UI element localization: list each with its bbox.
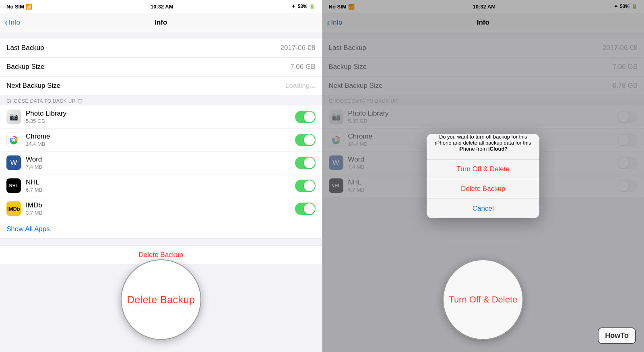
right-dialog-delete-btn[interactable]: Delete Backup xyxy=(427,179,539,199)
left-time: 10:32 AM xyxy=(151,4,173,10)
left-section-header-text: CHOOSE DATA TO BACK UP xyxy=(6,98,75,104)
left-chrome-size: 14.4 MB xyxy=(26,141,290,147)
left-nav-bar: ‹ Info Info xyxy=(0,13,322,32)
left-word-size: 7.4 MB xyxy=(26,164,290,170)
left-battery-icon: 🔋 xyxy=(309,4,315,9)
left-delete-label: Delete Backup xyxy=(138,251,183,259)
left-word-toggle[interactable] xyxy=(295,157,316,169)
left-back-label: Info xyxy=(9,19,20,27)
left-nhl-info: NHL 6.7 MB xyxy=(26,178,290,193)
left-phone-panel: No SIM 📶 10:32 AM ✦ 53% 🔋 ‹ Info Info La… xyxy=(0,0,322,352)
left-show-all-label: Show All Apps xyxy=(6,225,50,233)
right-magnified-text: Turn Off & Delete xyxy=(449,294,517,305)
left-chrome-name: Chrome xyxy=(26,133,290,141)
right-dialog-cancel-btn[interactable]: Cancel xyxy=(427,199,539,218)
left-battery: 53% xyxy=(297,4,307,9)
left-imdb-size: 3.7 MB xyxy=(26,210,290,216)
left-nhl-toggle[interactable] xyxy=(295,180,316,192)
left-status-bar: No SIM 📶 10:32 AM ✦ 53% 🔋 xyxy=(0,0,322,13)
left-app-row-photos: 📷 Photo Library 5.35 GB xyxy=(0,106,322,128)
left-chevron-icon: ‹ xyxy=(5,18,8,26)
left-nhl-name: NHL xyxy=(26,178,290,186)
left-chrome-icon xyxy=(6,133,21,147)
right-dialog-turn-off-btn[interactable]: Turn Off & Delete xyxy=(427,159,539,179)
left-word-icon: W xyxy=(6,155,21,170)
left-imdb-name: IMDb xyxy=(26,201,290,209)
left-bluetooth-icon: ✦ xyxy=(291,4,295,9)
left-nhl-size: 6.7 MB xyxy=(26,187,290,193)
left-wifi-icon: 📶 xyxy=(26,4,32,10)
left-chrome-svg xyxy=(8,134,19,145)
left-circle-magnifier: Delete Backup xyxy=(121,259,201,340)
left-app-row-word: W Word 7.4 MB xyxy=(0,151,322,174)
left-imdb-info: IMDb 3.7 MB xyxy=(26,201,290,216)
left-photos-icon: 📷 xyxy=(6,110,21,124)
left-back-button[interactable]: ‹ Info xyxy=(5,19,20,27)
left-last-backup-value: 2017-06-08 xyxy=(281,44,316,52)
right-dialog-turn-off-label: Turn Off & Delete xyxy=(457,165,510,173)
howto-badge: HowTo xyxy=(598,327,636,344)
svg-point-3 xyxy=(12,139,15,141)
left-nhl-icon: NHL xyxy=(6,178,21,193)
left-photos-size: 5.35 GB xyxy=(26,118,290,124)
left-photos-info: Photo Library 5.35 GB xyxy=(26,110,290,124)
right-phone-panel: No SIM 📶 10:32 AM ✦ 53% 🔋 ‹ Info Info La… xyxy=(322,0,644,352)
left-photos-name: Photo Library xyxy=(26,110,290,118)
left-next-backup-label: Next Backup Size xyxy=(6,82,60,90)
left-carrier-wifi: No SIM 📶 xyxy=(6,4,32,10)
left-app-row-nhl: NHL NHL 6.7 MB xyxy=(0,174,322,197)
left-info-section: Last Backup 2017-06-08 Backup Size 7.06 … xyxy=(0,39,322,95)
left-chrome-info: Chrome 14.4 MB xyxy=(26,133,290,147)
right-dialog-cancel-label: Cancel xyxy=(473,205,494,212)
left-word-info: Word 7.4 MB xyxy=(26,155,290,170)
left-app-row-chrome: Chrome 14.4 MB xyxy=(0,128,322,151)
right-circle-magnifier: Turn Off & Delete xyxy=(443,259,523,340)
left-nav-title: Info xyxy=(155,19,167,27)
left-show-all-button[interactable]: Show All Apps xyxy=(0,220,322,239)
right-dialog-delete-label: Delete Backup xyxy=(461,185,506,193)
left-next-backup-row: Next Backup Size Loading... xyxy=(0,77,322,95)
left-loading-spinner xyxy=(78,99,83,104)
left-chrome-toggle[interactable] xyxy=(295,134,316,146)
left-backup-size-row: Backup Size 7.06 GB xyxy=(0,58,322,77)
left-imdb-toggle[interactable] xyxy=(295,203,316,215)
left-photos-toggle[interactable] xyxy=(295,111,316,123)
left-imdb-icon: IMDb xyxy=(6,201,21,216)
left-right-status: ✦ 53% 🔋 xyxy=(291,4,315,9)
howto-label: HowTo xyxy=(605,331,629,340)
left-app-row-imdb: IMDb IMDb 3.7 MB xyxy=(0,197,322,220)
left-backup-size-label: Backup Size xyxy=(6,63,45,71)
left-backup-size-value: 7.06 GB xyxy=(290,63,315,71)
left-magnified-text: Delete Backup xyxy=(127,294,195,306)
left-app-list: 📷 Photo Library 5.35 GB xyxy=(0,106,322,220)
left-last-backup-label: Last Backup xyxy=(6,44,44,52)
right-dialog-title-text: iCloud? xyxy=(488,146,508,152)
left-section-header: CHOOSE DATA TO BACK UP xyxy=(0,95,322,106)
left-next-backup-value: Loading... xyxy=(285,82,316,90)
right-dialog-message: Do you want to turn off backup for this … xyxy=(427,134,539,159)
right-dialog: Do you want to turn off backup for this … xyxy=(427,134,539,218)
left-word-name: Word xyxy=(26,155,290,164)
left-last-backup-row: Last Backup 2017-06-08 xyxy=(0,39,322,58)
left-carrier: No SIM xyxy=(6,4,24,10)
